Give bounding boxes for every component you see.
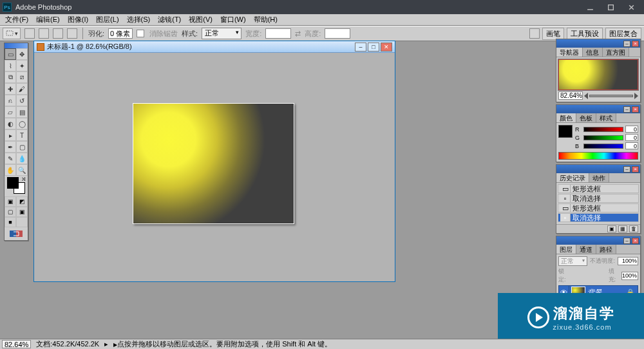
lock-all-icon[interactable] <box>599 272 605 280</box>
imageready-icon[interactable] <box>5 227 28 240</box>
antialias-checkbox[interactable] <box>137 30 144 37</box>
minimize-button[interactable] <box>580 0 600 14</box>
path-select-tool[interactable]: ▸ <box>5 129 16 141</box>
lock-pos-icon[interactable] <box>590 272 596 280</box>
menu-window[interactable]: 窗口(W) <box>216 14 250 25</box>
fg-bg-swatch[interactable]: ⤭ <box>5 176 28 196</box>
dodge-tool[interactable]: ◯ <box>16 118 28 129</box>
maximize-button[interactable] <box>600 0 621 14</box>
panel-close-icon[interactable]: × <box>632 41 639 47</box>
tab-swatches[interactable]: 色板 <box>576 113 596 122</box>
doc-minimize-button[interactable]: – <box>355 42 366 52</box>
brush-tool[interactable]: 🖌 <box>16 83 28 95</box>
r-value[interactable]: 0 <box>625 126 638 133</box>
doc-maximize-button[interactable]: □ <box>368 42 379 52</box>
spectrum-bar[interactable] <box>558 152 638 160</box>
panel-min-icon[interactable]: – <box>623 106 630 113</box>
lock-trans-icon[interactable] <box>571 272 578 280</box>
zoom-value[interactable]: 82.64% <box>558 91 583 100</box>
fg-color[interactable] <box>7 177 19 189</box>
g-slider[interactable] <box>583 135 623 140</box>
fill-input[interactable]: 100% <box>621 272 638 280</box>
feather-input[interactable] <box>108 28 133 39</box>
panel-min-icon[interactable]: – <box>623 166 630 173</box>
well-tab-brush[interactable]: 画笔 <box>542 28 564 40</box>
status-zoom[interactable]: 82.64% <box>2 340 31 348</box>
screen-std-icon[interactable]: ▢ <box>5 207 16 217</box>
notes-tool[interactable]: ✎ <box>5 153 16 164</box>
new-snapshot-icon[interactable]: ▣ <box>607 225 616 232</box>
r-slider[interactable] <box>583 127 623 132</box>
move-tool[interactable]: ✥ <box>16 48 28 60</box>
tab-histogram[interactable]: 直方图 <box>603 48 629 57</box>
shape-tool[interactable]: ▢ <box>16 141 28 153</box>
history-item[interactable]: ▫取消选择 <box>558 213 639 222</box>
tab-color[interactable]: 颜色 <box>556 113 576 122</box>
document-titlebar[interactable]: 未标题-1 @ 82.6%(RGB/8) – □ ✕ <box>34 41 395 53</box>
panel-min-icon[interactable]: – <box>623 41 630 47</box>
menu-help[interactable]: 帮助(H) <box>250 14 281 25</box>
menu-view[interactable]: 视图(V) <box>185 14 216 25</box>
menu-select[interactable]: 选择(S) <box>123 14 155 25</box>
b-value[interactable]: 0 <box>625 142 638 149</box>
quickmask-mode-icon[interactable]: ◩ <box>16 196 28 207</box>
well-tab-toolpreset[interactable]: 工具预设 <box>567 28 603 40</box>
zoom-slider[interactable] <box>589 95 633 97</box>
eraser-tool[interactable]: ▱ <box>5 106 16 118</box>
history-item[interactable]: ▭矩形选框 <box>558 203 639 212</box>
menu-image[interactable]: 图像(I) <box>64 14 92 25</box>
delete-icon[interactable]: 🗑 <box>629 225 638 232</box>
crop-tool[interactable]: ⧉ <box>5 71 16 83</box>
status-docinfo[interactable]: 文档:452.2K/452.2K <box>36 339 99 349</box>
standard-mode-icon[interactable]: ▣ <box>5 196 16 207</box>
b-slider[interactable] <box>583 144 623 149</box>
screen-spare-icon[interactable] <box>16 217 28 227</box>
swap-colors-icon[interactable]: ⤭ <box>21 176 26 182</box>
screen-full-menubar-icon[interactable]: ▣ <box>16 207 28 217</box>
slice-tool[interactable]: ⧄ <box>16 71 28 83</box>
selmode-add-icon[interactable] <box>39 28 49 39</box>
tab-styles[interactable]: 样式 <box>596 113 616 122</box>
panel-min-icon[interactable]: – <box>623 238 630 244</box>
history-item[interactable]: ▫取消选择 <box>558 194 639 203</box>
panel-close-icon[interactable]: × <box>632 238 639 244</box>
history-brush-tool[interactable]: ↺ <box>16 95 28 106</box>
gradient-tool[interactable]: ▤ <box>16 106 28 118</box>
well-tab-layercomp[interactable]: 图层复合 <box>605 28 641 40</box>
toolbox-grip[interactable] <box>5 43 28 48</box>
canvas[interactable] <box>133 104 294 223</box>
zoom-out-icon[interactable] <box>584 93 588 99</box>
type-tool[interactable]: T <box>16 129 28 141</box>
navigator-thumbnail[interactable] <box>558 59 638 90</box>
screen-full-icon[interactable]: ■ <box>5 217 16 227</box>
lock-paint-icon[interactable] <box>581 272 587 280</box>
menu-layer[interactable]: 图层(L) <box>92 14 122 25</box>
selmode-sub-icon[interactable] <box>53 28 63 39</box>
tab-info[interactable]: 信息 <box>583 48 603 57</box>
menu-edit[interactable]: 编辑(E) <box>32 14 64 25</box>
doc-close-button[interactable]: ✕ <box>381 42 392 52</box>
menu-file[interactable]: 文件(F) <box>1 14 32 25</box>
menu-filter[interactable]: 滤镜(T) <box>154 14 185 25</box>
eyedropper-tool[interactable]: 💧 <box>16 153 28 164</box>
g-value[interactable]: 0 <box>625 134 638 141</box>
zoom-tool[interactable]: 🔍 <box>16 164 28 176</box>
tab-history[interactable]: 历史记录 <box>556 173 589 182</box>
pen-tool[interactable]: ✒ <box>5 141 16 153</box>
selmode-new-icon[interactable] <box>24 28 35 39</box>
close-button[interactable] <box>621 0 641 14</box>
lasso-tool[interactable]: ⌇ <box>5 60 16 71</box>
panel-close-icon[interactable]: × <box>632 106 639 113</box>
magic-wand-tool[interactable]: ✦ <box>16 60 28 71</box>
blur-tool[interactable]: ◐ <box>5 118 16 129</box>
opacity-input[interactable]: 100% <box>618 257 638 265</box>
palette-well-icon[interactable] <box>529 28 540 39</box>
blend-mode-select[interactable]: 正常 <box>558 256 587 266</box>
style-select[interactable]: 正常 <box>202 28 242 39</box>
tool-preset-icon[interactable] <box>3 28 21 39</box>
rect-marquee-tool[interactable]: ▭ <box>5 48 16 60</box>
tab-channels[interactable]: 通道 <box>576 245 596 254</box>
zoom-in-icon[interactable] <box>634 93 638 99</box>
color-chip[interactable] <box>558 125 573 138</box>
tab-actions[interactable]: 动作 <box>589 173 609 182</box>
